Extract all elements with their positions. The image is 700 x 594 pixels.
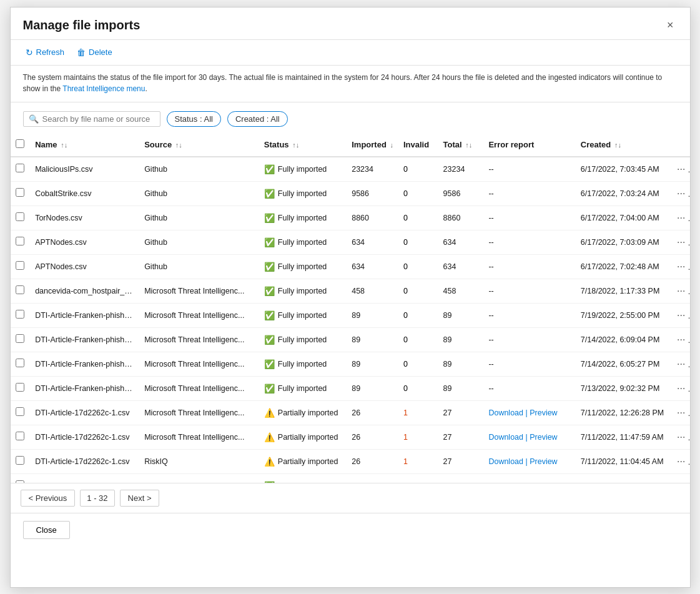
refresh-button[interactable]: ↻ Refresh [21, 45, 70, 60]
row-created: 7/19/2022, 2:55:00 PM [576, 303, 669, 327]
row-checkbox-cell [11, 376, 31, 400]
row-checkbox[interactable] [16, 310, 24, 319]
error-report-link[interactable]: Download | Preview [488, 457, 557, 466]
row-checkbox-cell [11, 352, 31, 376]
delete-button[interactable]: 🗑 Delete [72, 45, 117, 60]
row-checkbox[interactable] [16, 407, 24, 416]
row-checkbox-cell [11, 400, 31, 425]
row-source: Microsoft Threat Intelligenc... [139, 303, 259, 327]
row-checkbox[interactable] [16, 359, 24, 367]
row-status-text: Fully imported [278, 262, 327, 271]
row-checkbox[interactable] [16, 432, 24, 440]
imported-header[interactable]: Imported ↓ [347, 133, 398, 157]
row-imported: 26 [347, 425, 398, 449]
row-menu-button[interactable]: ··· [674, 430, 688, 444]
row-total: 89 [438, 303, 484, 327]
row-menu-button[interactable]: ··· [674, 406, 688, 420]
select-all-header [11, 133, 31, 157]
status-header[interactable]: Status ↑↓ [259, 133, 347, 157]
row-error-report: -- [483, 352, 575, 376]
threat-intelligence-link[interactable]: Threat Intelligence menu [62, 84, 145, 93]
row-checkbox[interactable] [16, 383, 24, 392]
row-menu-cell: ··· [669, 181, 690, 205]
row-menu-button[interactable]: ··· [674, 455, 688, 468]
row-checkbox[interactable] [16, 212, 24, 221]
close-icon[interactable]: × [663, 17, 678, 33]
table-row: TorNodes.csv Github ✅Fully imported 8860… [11, 205, 690, 230]
row-checkbox[interactable] [16, 237, 24, 245]
search-input[interactable] [42, 114, 155, 124]
row-invalid: 0 [398, 303, 438, 327]
row-status-text: Fully imported [278, 214, 327, 222]
row-menu-cell: ··· [669, 327, 690, 352]
row-menu-button[interactable]: ··· [674, 211, 688, 225]
row-checkbox-cell [11, 181, 31, 205]
actions-header [669, 133, 690, 157]
delete-label: Delete [89, 47, 112, 57]
row-checkbox[interactable] [16, 334, 24, 343]
row-invalid: 0 [398, 327, 438, 352]
error-report-link[interactable]: Download | Preview [488, 408, 557, 417]
total-sort-icon: ↑↓ [465, 141, 472, 149]
row-checkbox-cell [11, 230, 31, 254]
row-menu-button[interactable]: ··· [674, 333, 688, 347]
row-error-report: -- [483, 327, 575, 352]
created-header[interactable]: Created ↑↓ [576, 133, 669, 157]
status-filter[interactable]: Status : All [167, 111, 221, 127]
status-full-icon: ✅ [264, 164, 275, 174]
error-report-value: -- [488, 238, 493, 247]
row-checkbox[interactable] [16, 164, 24, 172]
delete-icon: 🗑 [77, 47, 86, 57]
table-row: Residential proxy service 911.... securi… [11, 473, 690, 483]
error-report-link[interactable]: Download | Preview [488, 433, 557, 442]
name-header[interactable]: Name ↑↓ [30, 133, 139, 157]
row-checkbox[interactable] [16, 285, 24, 294]
row-menu-button[interactable]: ··· [674, 382, 688, 395]
imports-table: Name ↑↓ Source ↑↓ Status ↑↓ Imported ↓ [11, 133, 690, 483]
row-total: 458 [438, 279, 484, 303]
row-checkbox[interactable] [16, 261, 24, 270]
row-total: 8 [438, 473, 484, 483]
table-row: DTI-Article-Franken-phish.csv Microsoft … [11, 352, 690, 376]
row-status: ✅Fully imported [259, 205, 347, 230]
select-all-checkbox[interactable] [16, 139, 24, 148]
row-source: Github [139, 181, 259, 205]
invalid-header[interactable]: Invalid [398, 133, 438, 157]
row-error-report: -- [483, 157, 575, 182]
row-menu-button[interactable]: ··· [674, 284, 688, 298]
row-imported: 26 [347, 449, 398, 473]
error-report-value: -- [488, 287, 493, 295]
row-checkbox[interactable] [16, 456, 24, 465]
row-menu-button[interactable]: ··· [674, 162, 688, 176]
row-created: 7/13/2022, 9:02:32 PM [576, 376, 669, 400]
close-footer-button[interactable]: Close [23, 521, 70, 539]
total-header[interactable]: Total ↑↓ [438, 133, 484, 157]
row-imported: 89 [347, 327, 398, 352]
row-menu-button[interactable]: ··· [674, 357, 688, 371]
row-checkbox[interactable] [16, 188, 24, 197]
row-status-text: Fully imported [278, 238, 327, 247]
row-imported: 26 [347, 400, 398, 425]
source-header[interactable]: Source ↑↓ [139, 133, 259, 157]
previous-button[interactable]: < Previous [21, 490, 76, 507]
search-box: 🔍 [23, 111, 160, 127]
row-name: DTI-Article-Franken-phish.csv [30, 303, 139, 327]
row-menu-cell: ··· [669, 230, 690, 254]
row-menu-button[interactable]: ··· [674, 309, 688, 322]
row-status: ✅Fully imported [259, 279, 347, 303]
row-status: ✅Fully imported [259, 230, 347, 254]
row-menu-button[interactable]: ··· [674, 187, 688, 200]
table-body: MaliciousIPs.csv Github ✅Fully imported … [11, 157, 690, 483]
pagination: < Previous 1 - 32 Next > [11, 483, 690, 513]
row-menu-button[interactable]: ··· [674, 235, 688, 249]
dialog-header: Manage file imports × [11, 7, 690, 40]
row-imported: 9586 [347, 181, 398, 205]
created-filter[interactable]: Created : All [227, 111, 288, 127]
row-menu-cell: ··· [669, 303, 690, 327]
row-menu-button[interactable]: ··· [674, 260, 688, 274]
next-button[interactable]: Next > [120, 490, 160, 507]
table-row: CobaltStrike.csv Github ✅Fully imported … [11, 181, 690, 205]
refresh-icon: ↻ [26, 47, 33, 57]
manage-file-imports-dialog: Manage file imports × ↻ Refresh 🗑 Delete… [10, 7, 691, 588]
error-report-value: -- [488, 189, 493, 198]
